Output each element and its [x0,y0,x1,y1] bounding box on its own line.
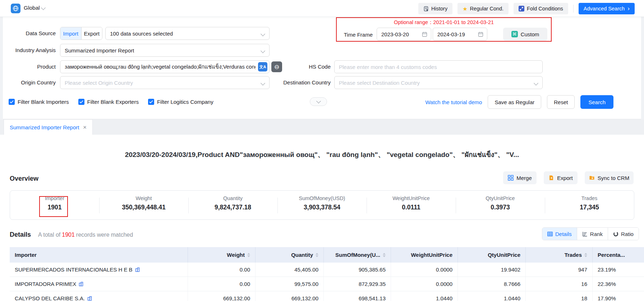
overview-heading: Overview [10,175,38,182]
total-count: 1901 [60,232,76,238]
view-rank-button[interactable]: Rank [577,228,608,240]
destination-country-placeholder: Please select Destination Country [339,80,420,86]
percentage-cell: 23.19% [593,263,644,277]
reset-button[interactable]: Reset [547,95,575,109]
filter-logitics-company-checkbox[interactable]: Filter Logitics Company [148,99,213,105]
column-header-percentage[interactable]: Percenta... [593,247,644,263]
trades-cell: 947 [526,263,593,277]
tutorial-demo-link[interactable]: Watch the tutorial demo [426,99,482,105]
stat-label: Importer [45,195,64,201]
weight-cell: 0.00 [188,277,256,291]
filter-blank-importers-checkbox[interactable]: Filter Blank Importers [9,99,69,105]
collapse-form-button[interactable] [310,97,327,106]
search-button[interactable]: Search [580,95,613,109]
origin-country-select[interactable]: Please select Origin Country [60,76,270,89]
column-header-trades[interactable]: Trades [526,247,593,263]
column-header-qty-unit-price[interactable]: QtyUnitPrice [458,247,526,263]
custom-label: Custom [521,31,539,37]
quantity-cell: 45,405.00 [256,263,324,277]
table-row[interactable]: SUPERMERCADOS INTERNACIONALES H E B 0.00… [10,263,644,277]
origin-country-placeholder: Please select Origin Country [65,80,133,86]
sort-icon[interactable] [316,253,318,257]
data-source-label: Data Source [10,27,56,40]
merge-button[interactable]: Merge [503,171,537,184]
stat-label: SumOfMoney(USD) [299,195,345,201]
checkbox-checked-icon [148,99,154,105]
ratio-icon [613,231,618,237]
view-details-button[interactable]: Details [542,228,577,240]
stat-importer: Importer 1901 [10,191,99,219]
sum-cell: 698,541.13 [324,291,391,301]
globe-icon [11,4,20,13]
sort-icon[interactable] [247,253,250,257]
sort-icon[interactable] [584,253,587,257]
importer-name-cell[interactable]: IMPORTADORA PRIMEX [10,277,188,291]
sync-to-crm-button[interactable]: Sync to CRM [585,171,634,184]
close-icon[interactable]: × [83,124,87,130]
table-icon [547,231,553,237]
quantity-cell: 99,575.00 [256,277,324,291]
company-icon[interactable] [87,296,92,301]
fold-conditions-button[interactable]: Fold Conditions [514,3,568,14]
save-as-regular-button[interactable]: Save as Regular [488,95,541,109]
export-button[interactable]: Export [544,171,578,184]
percentage-cell: 17.90% [593,291,644,301]
view-ratio-label: Ratio [621,231,634,237]
industry-analysis-select[interactable]: Summarized Importer Report [60,44,270,57]
calendar-icon [478,32,483,37]
column-header-sum-of-money[interactable]: SumOfMoney(U... [324,247,391,263]
arrow-right-icon: › [627,5,630,11]
checkbox-label: Filter Blank Exporters [87,99,139,105]
advanced-search-button[interactable]: Advanced Search › [579,3,635,14]
company-icon[interactable] [79,282,83,286]
translate-icon[interactable]: 文A [258,62,267,71]
stat-value: 17,345 [580,204,599,211]
view-details-label: Details [555,231,572,237]
tab-title: Summarized Importer Report [10,124,79,130]
weight-unit-price-cell: 1.0440 [391,291,458,301]
column-header-quantity[interactable]: Quantity [256,247,324,263]
date-end-input[interactable]: 2024-03-19 [433,28,487,41]
export-label: Export [557,175,572,181]
region-selector-label[interactable]: Global [24,5,40,11]
stat-trades: Trades 17,345 [545,191,634,219]
folder-sync-icon [589,175,595,181]
table-row[interactable]: CALYPSO DEL CARIBE S.A. 669,132.00 669,1… [10,291,644,301]
destination-country-label: Destination Country [277,76,331,89]
date-end-value: 2024-03-19 [437,31,465,37]
importer-name-cell[interactable]: CALYPSO DEL CARIBE S.A. [10,291,188,301]
date-start-input[interactable]: 2023-03-20 [377,28,431,41]
filter-blank-exporters-checkbox[interactable]: Filter Blank Exporters [78,99,139,105]
product-input[interactable]: замороженный овощ;rau đông lạnh;vegetal … [60,60,270,73]
custom-icon: ⌘ [511,31,518,37]
data-sources-select[interactable]: 100 data sources selected [105,27,270,40]
date-start-value: 2023-03-20 [381,31,409,37]
exclude-keywords-icon[interactable]: ⊖ [271,61,282,72]
sort-icon[interactable] [383,253,386,257]
import-toggle[interactable]: Import [60,27,81,40]
hs-code-input[interactable]: Please enter more than 4 customs codes [334,60,543,73]
tab-summarized-importer-report[interactable]: Summarized Importer Report × [4,119,93,135]
view-ratio-button[interactable]: Ratio [608,228,639,240]
importer-name-cell[interactable]: SUPERMERCADOS INTERNACIONALES H E B [10,263,188,277]
company-icon[interactable] [135,267,140,272]
destination-country-select[interactable]: Please select Destination Country [334,76,543,89]
total-suffix: records were matched [76,232,133,238]
stat-label: Trades [581,195,598,201]
custom-range-button[interactable]: ⌘ Custom [503,28,547,41]
percentage-cell: 22.36% [593,277,644,291]
history-button[interactable]: History [418,3,452,14]
view-rank-label: Rank [590,231,603,237]
table-row[interactable]: IMPORTADORA PRIMEX 0.00 99,575.00 872,92… [10,277,644,291]
column-header-importer[interactable]: Importer [10,247,188,263]
checkbox-checked-icon [9,99,15,105]
export-toggle[interactable]: Export [81,27,102,40]
regular-cond-button[interactable]: ★ Regular Cond. [457,3,509,14]
column-header-weight[interactable]: Weight [188,247,256,263]
trades-cell: 16 [526,277,593,291]
table-header-row: Importer Weight Quantity SumOfMoney(U...… [10,247,644,263]
chevron-down-icon[interactable] [41,5,46,10]
column-header-weight-unit-price[interactable]: WeightUnitPrice [391,247,458,263]
details-table: Importer Weight Quantity SumOfMoney(U...… [10,247,644,301]
stat-weight-unit-price: WeightUnitPrice 0.0111 [367,191,456,219]
